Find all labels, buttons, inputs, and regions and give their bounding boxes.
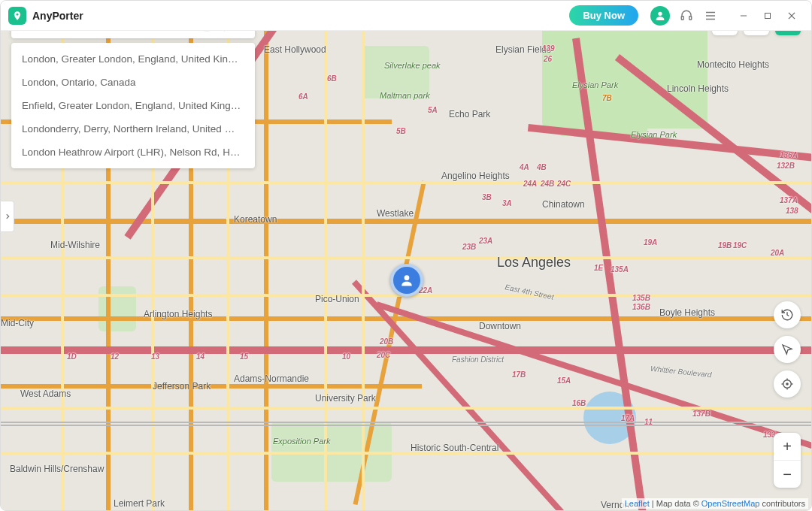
- app-logo-icon: [8, 7, 26, 25]
- search-panel: London, Greater London, England, United …: [11, 8, 255, 168]
- map-label: Chinatown: [542, 199, 585, 210]
- map-label: 136A: [780, 151, 798, 159]
- headset-icon[interactable]: [674, 4, 698, 28]
- map-label: 23A: [479, 237, 492, 245]
- map-label: Maltman park: [380, 91, 430, 100]
- map-label: 12: [111, 352, 119, 361]
- map-label: 19A: [644, 238, 657, 246]
- map-label: 3B: [482, 193, 492, 201]
- map-label: Fashion District: [452, 355, 504, 364]
- titlebar: AnyPorter Buy Now: [1, 1, 811, 31]
- map-label: 20A: [771, 249, 784, 257]
- map-label: Echo Park: [449, 109, 490, 119]
- map-label: 11: [644, 418, 653, 426]
- suggestion-item[interactable]: Londonderry, Derry, Northern Ireland, Un…: [11, 117, 255, 141]
- map-label: 17A: [621, 414, 635, 422]
- map-label: University Park: [315, 393, 376, 404]
- minimize-button[interactable]: [732, 4, 756, 28]
- map-label: 24A: [523, 180, 537, 188]
- leaflet-link[interactable]: Leaflet: [625, 499, 650, 508]
- map-label: Angelino Heights: [441, 171, 510, 181]
- map-label: Silverlake peak: [384, 61, 441, 70]
- map-label: 138: [786, 207, 798, 215]
- map-label: 137B: [692, 410, 710, 418]
- map-label: Jefferson Park: [153, 381, 211, 392]
- map-label: Mid-Wilshire: [50, 240, 100, 250]
- map-label: Baldwin Hills/Crenshaw: [10, 464, 104, 474]
- map-label: Arlington Heights: [144, 309, 212, 319]
- map-label: 135B: [632, 294, 650, 302]
- map-label: 19C: [733, 241, 747, 249]
- svg-point-11: [404, 275, 410, 280]
- map-label: 137A: [780, 196, 798, 204]
- map-label: 15A: [557, 376, 571, 385]
- suggestion-item[interactable]: London Heathrow Airport (LHR), Nelson Rd…: [11, 141, 255, 164]
- map-label: 7B: [602, 94, 612, 102]
- suggestion-item[interactable]: London, Greater London, England, United …: [11, 47, 255, 71]
- map-label: 16B: [572, 399, 586, 407]
- app-name: AnyPorter: [32, 10, 83, 22]
- svg-rect-8: [765, 13, 771, 18]
- zoom-out-button[interactable]: −: [774, 461, 801, 488]
- suggestion-item[interactable]: London, Ontario, Canada: [11, 71, 255, 94]
- map-label: 23B: [462, 243, 476, 251]
- navigation-cursor-button[interactable]: [774, 336, 801, 363]
- svg-point-1: [658, 11, 662, 15]
- map-label: Historic South-Central: [411, 443, 498, 453]
- map-attribution: Leaflet | Map data © OpenStreetMap contr…: [622, 498, 808, 509]
- map-label: Elysian Park: [631, 130, 677, 139]
- zoom-in-button[interactable]: +: [774, 433, 801, 460]
- map-label: Pico-Union: [315, 294, 359, 304]
- maximize-button[interactable]: [756, 4, 780, 28]
- menu-icon[interactable]: [698, 4, 723, 28]
- osm-link[interactable]: OpenStreetMap: [701, 499, 760, 508]
- account-icon[interactable]: [650, 6, 670, 26]
- map-label: 132B: [777, 162, 795, 170]
- zoom-control: + −: [774, 433, 801, 488]
- svg-point-22: [786, 383, 788, 385]
- map-label: 6B: [327, 74, 337, 83]
- map-label: 14: [196, 352, 205, 361]
- map-label: 20B: [380, 337, 393, 346]
- map-label: Westlake: [377, 208, 414, 219]
- map-label: 135A: [611, 265, 629, 274]
- map-label: Koreatown: [234, 214, 277, 225]
- map-label: 13: [151, 352, 159, 361]
- map-city-label: Los Angeles: [497, 255, 571, 271]
- map-label: 4A: [520, 163, 529, 171]
- map-label: Montecito Heights: [697, 59, 769, 70]
- map-label: 26: [544, 55, 552, 63]
- side-tools: [774, 301, 801, 398]
- locate-me-button[interactable]: [774, 370, 801, 398]
- svg-rect-3: [689, 16, 692, 20]
- map-label: 136B: [632, 303, 650, 311]
- map-label: East Hollywood: [264, 44, 326, 55]
- map-label: 1D: [67, 352, 77, 361]
- current-location-pin[interactable]: [390, 264, 423, 297]
- panel-collapse-handle[interactable]: [1, 201, 14, 232]
- map-label: Exposition Park: [273, 437, 330, 446]
- map-label: 5B: [396, 127, 406, 135]
- map-label: 20C: [377, 351, 390, 359]
- close-button[interactable]: [780, 4, 804, 28]
- map-label: East 4th Street: [504, 283, 555, 301]
- map-label: Whittier Boulevard: [650, 364, 712, 379]
- buy-now-button[interactable]: Buy Now: [569, 5, 638, 26]
- search-suggestions: London, Greater London, England, United …: [11, 43, 255, 168]
- map-label: West Adams: [20, 389, 71, 399]
- map-label: Adams-Normandie: [234, 373, 309, 384]
- map-label: 4B: [537, 163, 547, 171]
- map-label: 3A: [502, 199, 512, 207]
- map-label: 5A: [428, 106, 438, 114]
- map-label: Leimert Park: [114, 498, 165, 509]
- map-label: 24C: [557, 180, 571, 188]
- svg-point-0: [17, 13, 19, 15]
- map-label: 1E: [594, 264, 603, 272]
- map-label: 6A: [298, 92, 308, 101]
- map-label: Lincoln Heights: [667, 83, 729, 94]
- map-label: Boyle Heights: [659, 307, 715, 318]
- history-button[interactable]: [774, 301, 801, 328]
- map-label: 19B: [718, 241, 732, 249]
- map-label: Downtown: [479, 321, 521, 331]
- suggestion-item[interactable]: Enfield, Greater London, England, United…: [11, 94, 255, 117]
